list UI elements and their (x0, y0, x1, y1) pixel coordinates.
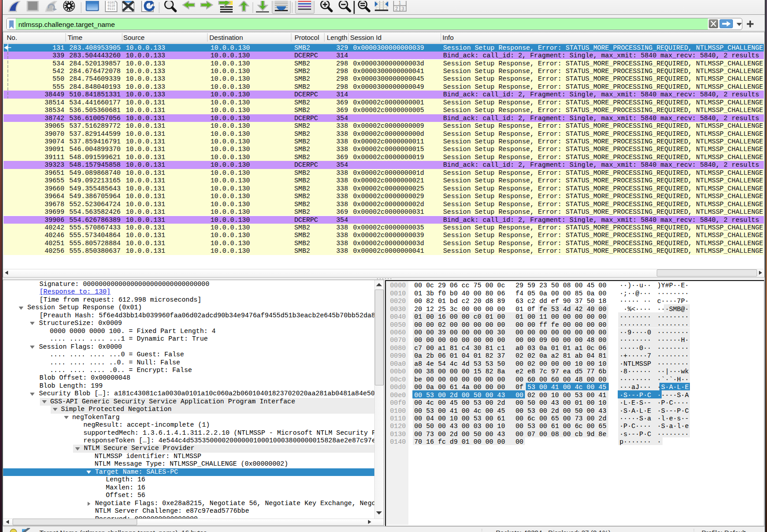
svg-text:2: 2 (395, 6, 398, 11)
svg-text:3: 3 (402, 6, 404, 11)
svg-text:0111: 0111 (108, 7, 115, 11)
svg-text:1: 1 (399, 1, 401, 5)
